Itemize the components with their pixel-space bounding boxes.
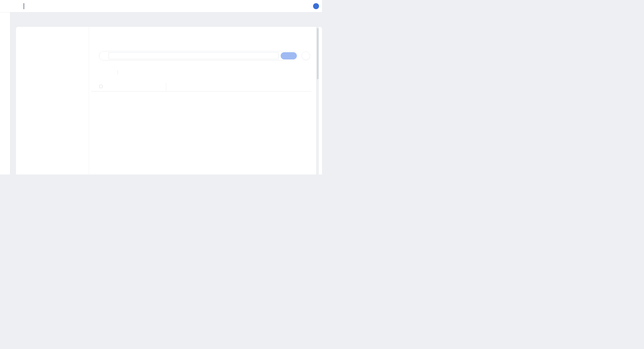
more-dots-icon <box>176 70 179 74</box>
filter-input[interactable] <box>109 52 278 59</box>
panel-divider <box>89 27 89 174</box>
export-all-button[interactable] <box>151 70 156 75</box>
filter-search-icon <box>102 54 106 58</box>
app-switcher-icon[interactable] <box>306 4 311 8</box>
main-panel <box>16 27 322 174</box>
export-icon <box>151 70 154 74</box>
sidebar-rail <box>0 12 10 174</box>
brand-logo <box>10 0 27 12</box>
select-all-checkbox[interactable] <box>99 85 102 88</box>
apply-button[interactable] <box>281 52 297 60</box>
selected-count <box>102 70 103 75</box>
tenable-logo-icon <box>10 2 16 10</box>
tab-bar <box>10 12 322 27</box>
more-button[interactable] <box>176 70 180 75</box>
export-icon <box>121 70 124 74</box>
title-divider <box>24 3 24 9</box>
hamburger-menu-icon[interactable] <box>3 4 8 9</box>
header-border <box>91 91 311 92</box>
info-icon <box>169 70 172 74</box>
scrollbar-thumb[interactable] <box>317 28 318 79</box>
user-avatar[interactable] <box>313 3 319 9</box>
info-button[interactable] <box>169 70 172 75</box>
search-icon[interactable] <box>304 20 308 24</box>
feedback-chat-icon[interactable] <box>310 20 314 24</box>
top-bar <box>0 0 322 12</box>
export-selected-button[interactable] <box>121 70 126 75</box>
help-icon[interactable] <box>290 4 295 8</box>
sliders-icon <box>304 54 308 58</box>
vertical-scrollbar[interactable] <box>316 27 319 174</box>
filter-bar <box>99 51 298 60</box>
settings-gear-icon[interactable] <box>298 4 303 8</box>
advanced-filters-button[interactable] <box>302 52 310 60</box>
header-column-divider <box>166 83 166 91</box>
